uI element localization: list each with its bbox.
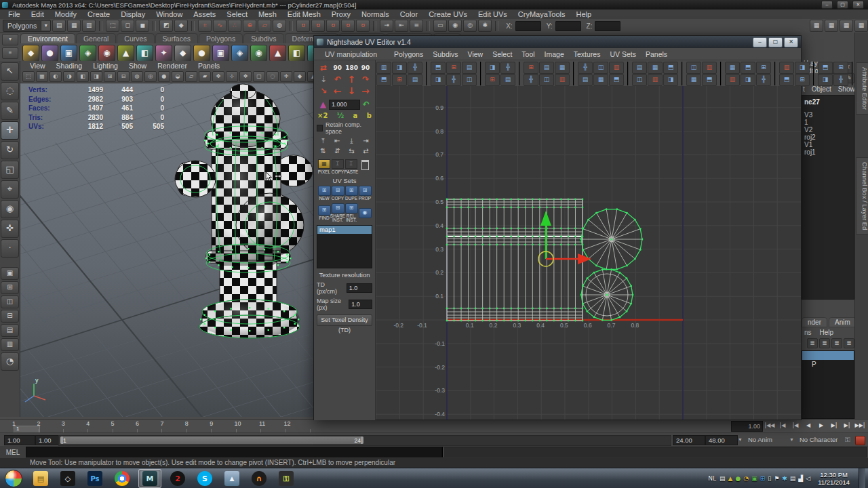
move-right-icon[interactable]: → [359, 85, 372, 97]
uv-tool-icon[interactable]: ╬ [833, 74, 848, 86]
scale-half-button[interactable]: ½ [337, 112, 344, 119]
new-empty-layer-icon[interactable]: ≣ [831, 338, 842, 348]
show-manipulator-tool[interactable]: ✜ [1, 220, 19, 238]
uv-tool-icon[interactable]: ⊞ [524, 62, 538, 74]
uv-maximize-button[interactable]: ▢ [768, 37, 783, 47]
taskbar-skype-button[interactable]: S [194, 470, 216, 487]
input-indicator-icon[interactable]: ▤ [719, 475, 726, 482]
single-pane-layout[interactable]: ▣ [1, 267, 19, 280]
channel-menu-t[interactable]: t [803, 85, 805, 94]
perspective-viewport[interactable]: y ViewShadingLightingShowRendererPanels … [20, 61, 313, 417]
set-texel-density-button[interactable]: Set Texel Density (TD) [317, 314, 372, 326]
shelf-icon-12[interactable]: ◈ [231, 45, 248, 62]
channel-item[interactable]: roj2 [802, 134, 854, 141]
uv-set-rel.-button[interactable]: ⊞REL. INST. [344, 203, 358, 223]
viewport-tool-icon-10[interactable]: ◎ [144, 71, 157, 82]
uv-close-button[interactable]: ✕ [784, 37, 798, 47]
snap-to-view-planes-icon[interactable]: ▱ [258, 20, 271, 32]
output-connections-icon[interactable]: ⇤ [395, 20, 408, 32]
snap-magnet-1-icon[interactable]: ʊ [296, 20, 310, 32]
scale-triangle-icon[interactable]: ▲ [317, 99, 329, 110]
network-tray-icon[interactable]: ✱ [782, 475, 787, 482]
uv-window-title-bar[interactable]: Nightshade UV Editor v1.4 – ▢ ✕ [314, 36, 801, 48]
quick-b-button[interactable]: b [367, 112, 372, 119]
layer-menu-ns[interactable]: ns [804, 329, 812, 338]
viewport-tool-icon-3[interactable]: ◐ [50, 71, 62, 82]
close-button[interactable]: ✕ [852, 1, 864, 9]
uv-tool-icon[interactable]: ▤ [462, 62, 477, 74]
panel-menu-renderer[interactable]: Renderer [152, 62, 193, 70]
rotate-90-ccw-button[interactable]: 90 [332, 62, 344, 74]
go-to-end-button[interactable]: ▶▶| [854, 420, 866, 431]
uv-tool-icon[interactable]: ╬ [524, 74, 538, 86]
clipboard-tray-icon[interactable]: ▤ [790, 475, 796, 482]
viewport-tool-icon-11[interactable]: ● [158, 71, 170, 82]
channel-item[interactable]: 1 [802, 119, 854, 126]
paste-uv-button[interactable]: ⌶ PASTE [344, 159, 358, 174]
minimize-button[interactable]: – [821, 1, 833, 9]
channel-item[interactable]: V3 [802, 111, 854, 119]
align-uv-icon[interactable]: ⤓ [346, 136, 357, 146]
uv-tool-icon[interactable]: ▤ [408, 74, 422, 86]
move-left-icon[interactable]: ← [332, 85, 344, 97]
uv-tool-icon[interactable]: ▥ [779, 62, 794, 74]
viewport-tool-icon-2[interactable]: ▦ [36, 71, 48, 82]
layer-row[interactable] [802, 351, 854, 360]
uv-set-new-button[interactable]: ⊞NEW [317, 186, 331, 201]
menu-modify[interactable]: Modify [50, 9, 82, 19]
save-scene-icon[interactable]: ▥ [82, 20, 96, 32]
selection-mode-dropdown[interactable]: Polygons ▼ [3, 20, 51, 32]
shelf-menu-icon[interactable]: ≡ [2, 47, 18, 59]
uv-tool-icon[interactable]: ⊞ [446, 62, 461, 74]
windows-tray-icon[interactable]: ⊞ [760, 475, 766, 482]
select-component-icon[interactable]: ◼ [136, 20, 149, 32]
shelf-icon-1[interactable]: ◆ [22, 45, 39, 62]
uv-tool-icon[interactable]: ⬒ [818, 62, 833, 74]
animation-start-field[interactable]: 1.00 [4, 435, 35, 445]
snap-magnet-4-icon[interactable]: ʊ [341, 20, 355, 32]
open-scene-icon[interactable]: ▦ [67, 20, 81, 32]
range-slider-track[interactable]: 1 24 [58, 435, 671, 446]
uv-menu-tool[interactable]: Tool [517, 50, 539, 58]
current-time-field[interactable]: 1.00 [731, 421, 763, 432]
range-handle-right[interactable] [361, 436, 363, 444]
menu-edit[interactable]: Edit [26, 9, 50, 19]
snap-magnet-3-icon[interactable]: ʊ [326, 20, 340, 32]
uv-menu-textures[interactable]: Textures [569, 50, 606, 58]
shelf-tab-surfaces[interactable]: Surfaces [155, 33, 198, 43]
uv-tool-icon[interactable]: ◨ [485, 62, 500, 74]
menu-help[interactable]: Help [570, 9, 597, 19]
uv-menu-panels[interactable]: Panels [641, 50, 672, 58]
mouse-tray-icon[interactable]: ▯ [768, 475, 771, 482]
uv-tool-icon[interactable]: ⬒ [609, 74, 624, 86]
undo-arrow-icon[interactable]: ↶ [360, 99, 372, 110]
shelf-tab-subdivs[interactable]: Subdivs [243, 33, 283, 43]
viewport-tool-icon-18[interactable]: ▢ [253, 71, 265, 82]
viewport-tool-icon-16[interactable]: ⊹ [226, 71, 238, 82]
uv-tool-icon[interactable]: ╬ [578, 62, 593, 74]
channel-menu-object[interactable]: Object [812, 85, 831, 94]
uv-canvas[interactable]: 0.10.20.30.40.50.60.70.8-0.1-0.20.10.20.… [376, 86, 801, 420]
uv-snapshot-button[interactable]: ◉ [358, 208, 372, 218]
uv-tool-icon[interactable]: ⬒ [779, 74, 794, 86]
menu-display[interactable]: Display [115, 9, 151, 19]
channel-list[interactable]: ne27V31V2roj2V1roj1 [802, 95, 854, 300]
x-coord-field[interactable] [515, 21, 541, 31]
uv-tool-icon[interactable]: ⬒ [663, 62, 678, 74]
uv-tool-icon[interactable]: ╬ [446, 74, 461, 86]
select-object-icon[interactable]: ◻ [121, 20, 134, 32]
vertical-tab-channel-box[interactable]: Channel Box / Layer Ed [856, 157, 868, 235]
panel-toggle-1-icon[interactable]: ▦ [825, 20, 838, 32]
hypershade-layout[interactable]: ▤ [1, 324, 19, 337]
uv-set-map1[interactable]: map1 [317, 226, 372, 234]
shelf-icon-2[interactable]: ● [41, 45, 58, 62]
panel-menu-lighting[interactable]: Lighting [87, 62, 123, 70]
uv-tool-icon[interactable]: ▦ [686, 74, 701, 86]
paint-select-tool[interactable]: ✎ [1, 102, 19, 120]
make-object-live-icon[interactable]: ◍ [273, 20, 286, 32]
layer-icon-2-icon[interactable]: ≣ [819, 338, 830, 348]
retain-comp-space-checkbox[interactable] [317, 125, 323, 131]
uv-tool-icon[interactable]: ▤ [632, 62, 647, 74]
uv-tool-icon[interactable]: ⊞ [833, 62, 848, 74]
auto-keyframe-icon[interactable]: ⚿ [845, 436, 853, 444]
